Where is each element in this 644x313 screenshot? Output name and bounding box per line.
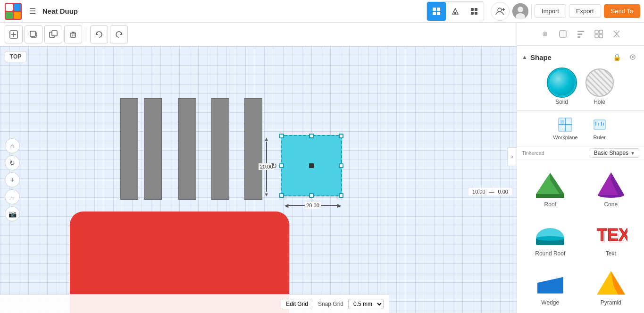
topbar: ☰ Neat Duup Import Export Se: [0, 0, 644, 23]
undo-btn[interactable]: [90, 25, 108, 43]
tinkercad-logo[interactable]: [4, 2, 23, 21]
shape-item-text[interactable]: TEXT TEXT Text: [582, 213, 641, 260]
hole-option[interactable]: Hole: [585, 68, 614, 105]
handle-tr[interactable]: [339, 134, 343, 138]
dim-h-value: 20.00: [305, 202, 321, 209]
handle-tl[interactable]: [279, 134, 284, 138]
handle-br[interactable]: [339, 193, 343, 198]
selected-shape[interactable]: [281, 135, 342, 196]
delete-btn[interactable]: [64, 25, 82, 43]
copy-btn[interactable]: [25, 25, 42, 43]
grid-view-btn[interactable]: [427, 2, 446, 21]
solid-circle: [548, 68, 576, 97]
wedge-label: Wedge: [541, 299, 559, 306]
snap-grid-label: Snap Grid: [318, 301, 343, 307]
shape-options: Solid Hole: [522, 68, 639, 105]
new-shape-btn[interactable]: [5, 25, 23, 43]
svg-rect-47: [560, 120, 564, 124]
svg-marker-67: [537, 277, 563, 293]
ruler-btn[interactable]: Ruler: [586, 114, 613, 142]
collapse-arrow[interactable]: ▲: [522, 54, 527, 60]
svg-point-14: [498, 8, 502, 12]
canvas-shapes: ▲ 20.00 ▼ ◀ 20.00 ▶ ↻: [0, 46, 517, 313]
svg-rect-38: [599, 30, 602, 34]
menu-icon[interactable]: ☰: [26, 5, 39, 17]
gray-rect-3[interactable]: [178, 98, 196, 200]
group-icon-btn[interactable]: [590, 25, 607, 42]
svg-rect-4: [14, 12, 21, 19]
light-toggle-btn[interactable]: [626, 51, 639, 64]
handle-bl[interactable]: [279, 193, 284, 198]
shape-item-wedge[interactable]: Wedge: [521, 262, 580, 309]
shape-item-round-roof[interactable]: Round Roof: [521, 213, 580, 260]
wedge-icon: [531, 266, 569, 299]
round-roof-label: Round Roof: [535, 250, 565, 257]
snap-select[interactable]: 0.5 mm 1 mm 2 mm: [348, 299, 384, 309]
canvas-area[interactable]: TOP ⌂ ↻ + − 📷: [0, 46, 517, 313]
shape-panel-title: Shape: [530, 53, 607, 61]
svg-rect-40: [599, 34, 602, 38]
align-icon-btn[interactable]: [572, 25, 589, 42]
project-name: Neat Duup: [42, 7, 423, 15]
shape-icon-btn[interactable]: [554, 25, 571, 42]
build-view-btn[interactable]: [446, 2, 465, 21]
svg-rect-27: [52, 31, 57, 36]
shape-item-cone[interactable]: Cone: [582, 164, 641, 211]
duplicate-btn[interactable]: [44, 25, 62, 43]
solid-option[interactable]: Solid: [548, 68, 576, 105]
shape-center: [309, 163, 314, 168]
hole-circle: [585, 68, 614, 97]
blocks-view-btn[interactable]: [465, 2, 484, 21]
library-subcategory: Basic Shapes: [594, 150, 628, 156]
gray-rect-2[interactable]: [144, 98, 162, 200]
svg-rect-34: [577, 31, 584, 32]
svg-rect-36: [577, 36, 580, 38]
topbar-actions: Import Export Send To: [427, 1, 640, 21]
svg-rect-5: [433, 8, 436, 11]
handle-tc[interactable]: [309, 134, 314, 138]
mirror-icon-btn[interactable]: [608, 25, 625, 42]
light-icon-btn[interactable]: [536, 25, 553, 42]
panel-collapse-btn[interactable]: ›: [507, 147, 517, 166]
rotate-handle[interactable]: ↻: [271, 161, 277, 170]
redo-btn[interactable]: [110, 25, 128, 43]
dim-h: ◀ 20.00 ▶: [284, 202, 341, 209]
bottom-bar: Edit Grid Snap Grid 0.5 mm 1 mm 2 mm: [0, 294, 389, 313]
shape-item-pyramid[interactable]: Pyramid: [582, 262, 641, 309]
hole-label: Hole: [594, 99, 605, 105]
gray-rect-1[interactable]: [120, 98, 138, 200]
ruler-label: Ruler: [594, 135, 606, 140]
roof-icon: [531, 168, 569, 201]
svg-rect-37: [595, 30, 598, 34]
shapes-grid: Roof Cone: [521, 164, 640, 309]
shape-panel: ▲ Shape 🔒 Solid Hole: [517, 46, 644, 110]
text-label: Text: [606, 250, 616, 257]
lock-btn[interactable]: 🔒: [610, 51, 623, 64]
workplane-btn[interactable]: Workplane: [548, 114, 582, 142]
svg-rect-3: [6, 12, 13, 19]
library-category: Tinkercad: [522, 150, 544, 156]
svg-rect-6: [437, 8, 440, 11]
gray-rect-4[interactable]: [211, 98, 229, 200]
svg-rect-35: [577, 34, 582, 35]
shape-item-roof[interactable]: Roof: [521, 164, 580, 211]
handle-mr[interactable]: [339, 163, 343, 168]
add-person-btn[interactable]: [491, 2, 510, 21]
svg-rect-55: [536, 194, 564, 198]
handle-ml[interactable]: [279, 163, 284, 168]
solid-label: Solid: [555, 99, 568, 105]
send-to-btn[interactable]: Send To: [604, 4, 640, 18]
workplane-icon: [557, 116, 574, 133]
svg-rect-11: [475, 8, 477, 11]
handle-bc[interactable]: [309, 193, 314, 198]
import-btn[interactable]: Import: [535, 4, 566, 18]
text-3d-icon: TEXT TEXT: [592, 217, 630, 250]
coord-display: 10.00 — 0.00: [468, 188, 512, 195]
svg-text:TEXT: TEXT: [598, 227, 627, 246]
export-btn[interactable]: Export: [569, 4, 601, 18]
library-dropdown[interactable]: Basic Shapes ▼: [590, 148, 639, 158]
pyramid-icon: [592, 266, 630, 299]
edit-grid-btn[interactable]: Edit Grid: [281, 299, 313, 309]
avatar[interactable]: [512, 3, 528, 19]
shapes-library: Roof Cone: [517, 160, 644, 313]
